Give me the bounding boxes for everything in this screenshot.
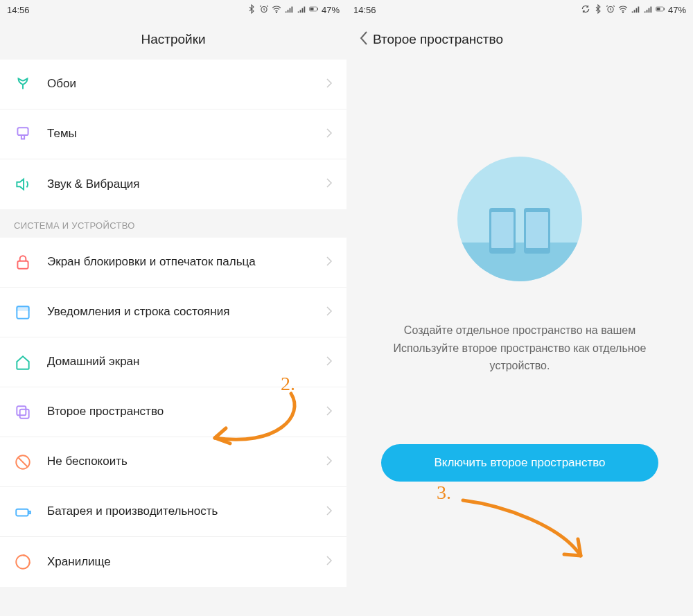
item-label: Домашний экран xyxy=(47,354,326,369)
svg-point-16 xyxy=(622,12,623,12)
cta-label: Включить второе пространство xyxy=(434,456,605,470)
item-label: Экран блокировки и отпечаток пальца xyxy=(47,254,326,270)
wifi-icon xyxy=(618,4,628,16)
svg-rect-13 xyxy=(29,511,30,513)
item-lockscreen[interactable]: Экран блокировки и отпечаток пальца xyxy=(0,238,346,288)
signal2-icon xyxy=(297,4,306,16)
chevron-right-icon xyxy=(326,256,333,270)
svg-rect-18 xyxy=(656,8,660,10)
battery-icon xyxy=(656,4,665,16)
item-storage[interactable]: Хранилище xyxy=(0,537,346,587)
brush-icon xyxy=(14,125,32,143)
copy-icon xyxy=(14,403,32,421)
status-bar: 14:56 47% xyxy=(0,0,346,19)
battery-icon xyxy=(14,503,32,521)
item-label: Батарея и производительность xyxy=(47,504,326,519)
battery-pct: 47% xyxy=(322,5,340,15)
settings-screen: 14:56 47% Настройки Обои Темы Звук & Виб… xyxy=(0,0,346,616)
chevron-right-icon xyxy=(326,555,333,569)
svg-rect-12 xyxy=(16,509,28,516)
dnd-icon xyxy=(14,453,32,471)
alarm-icon xyxy=(606,4,615,16)
chevron-right-icon xyxy=(326,306,333,319)
svg-rect-6 xyxy=(17,261,28,268)
item-wallpaper[interactable]: Обои xyxy=(0,60,346,109)
battery-pct: 47% xyxy=(668,5,686,15)
svg-rect-5 xyxy=(17,127,28,135)
settings-list-1: Обои Темы Звук & Вибрация xyxy=(0,60,346,209)
second-space-screen: 14:56 47% Второе пространство Создайте о… xyxy=(346,0,693,616)
item-label: Звук & Вибрация xyxy=(47,177,326,192)
chevron-right-icon xyxy=(326,355,333,369)
item-label: Темы xyxy=(47,126,326,141)
description: Создайте отдельное пространство на вашем… xyxy=(367,322,672,375)
chevron-right-icon xyxy=(326,78,333,91)
svg-point-1 xyxy=(276,12,277,12)
svg-rect-8 xyxy=(17,306,28,310)
bluetooth-icon xyxy=(593,4,603,16)
item-dnd[interactable]: Не беспокоить xyxy=(0,437,346,487)
svg-rect-9 xyxy=(17,406,26,415)
sound-icon xyxy=(14,175,32,193)
section-header: СИСТЕМА И УСТРОЙСТВО xyxy=(0,209,346,238)
content: Создайте отдельное пространство на вашем… xyxy=(346,60,693,616)
item-themes[interactable]: Темы xyxy=(0,109,346,159)
item-home[interactable]: Домашний экран xyxy=(0,337,346,387)
status-icons: 47% xyxy=(581,4,686,16)
status-bar: 14:56 47% xyxy=(346,0,693,19)
signal2-icon xyxy=(643,4,653,16)
chevron-right-icon xyxy=(326,127,333,141)
svg-rect-4 xyxy=(317,8,318,10)
desc-line2: Используйте второе пространство как отде… xyxy=(367,340,672,375)
item-label: Уведомления и строка состояния xyxy=(47,304,326,319)
item-label: Не беспокоить xyxy=(47,454,326,469)
signal-icon xyxy=(284,4,294,16)
chevron-right-icon xyxy=(326,177,333,191)
svg-rect-3 xyxy=(310,8,313,10)
storage-icon xyxy=(14,553,32,571)
tulip-icon xyxy=(14,76,32,94)
notif-icon xyxy=(14,303,32,322)
back-button[interactable] xyxy=(359,30,369,49)
settings-list-2: Экран блокировки и отпечаток пальца Увед… xyxy=(0,238,346,587)
item-sound[interactable]: Звук & Вибрация xyxy=(0,159,346,209)
item-label: Обои xyxy=(47,76,326,91)
illustration xyxy=(457,157,582,281)
svg-rect-10 xyxy=(20,409,29,418)
battery-icon xyxy=(309,4,319,16)
home-icon xyxy=(14,353,32,371)
item-label: Второе пространство xyxy=(47,404,326,419)
page-title: Настройки xyxy=(14,32,333,47)
enable-second-space-button[interactable]: Включить второе пространство xyxy=(381,444,658,482)
chevron-right-icon xyxy=(326,405,333,419)
wifi-icon xyxy=(272,4,281,16)
desc-line1: Создайте отдельное пространство на вашем xyxy=(367,322,672,340)
status-time: 14:56 xyxy=(353,5,376,15)
status-time: 14:56 xyxy=(7,5,30,15)
header: Настройки xyxy=(0,19,346,60)
header: Второе пространство xyxy=(346,19,693,60)
item-notifications[interactable]: Уведомления и строка состояния xyxy=(0,288,346,337)
lock-icon xyxy=(14,254,32,272)
signal-icon xyxy=(631,4,640,16)
status-icons: 47% xyxy=(247,4,340,16)
page-title: Второе пространство xyxy=(373,32,679,47)
item-battery[interactable]: Батарея и производительность xyxy=(0,487,346,537)
chevron-right-icon xyxy=(326,455,333,469)
alarm-icon xyxy=(259,4,269,16)
sync-icon xyxy=(581,4,590,16)
bluetooth-icon xyxy=(247,4,256,16)
chevron-right-icon xyxy=(326,505,333,519)
svg-rect-19 xyxy=(664,8,665,10)
item-second-space[interactable]: Второе пространство xyxy=(0,387,346,437)
item-label: Хранилище xyxy=(47,554,326,570)
